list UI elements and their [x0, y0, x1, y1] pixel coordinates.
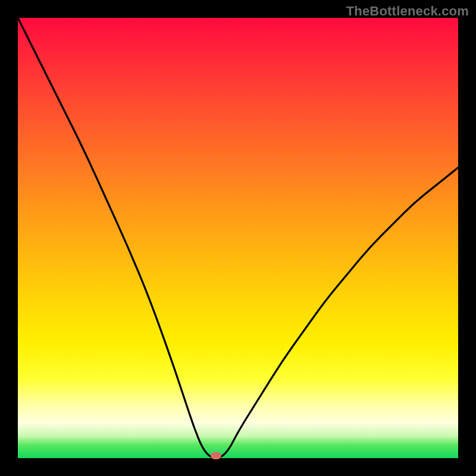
- curve-path: [18, 18, 458, 458]
- chart-frame: TheBottleneck.com: [0, 0, 476, 476]
- watermark-text: TheBottleneck.com: [346, 4, 469, 19]
- plot-area: [18, 18, 458, 458]
- optimal-marker: [211, 452, 221, 459]
- bottleneck-curve: [18, 18, 458, 458]
